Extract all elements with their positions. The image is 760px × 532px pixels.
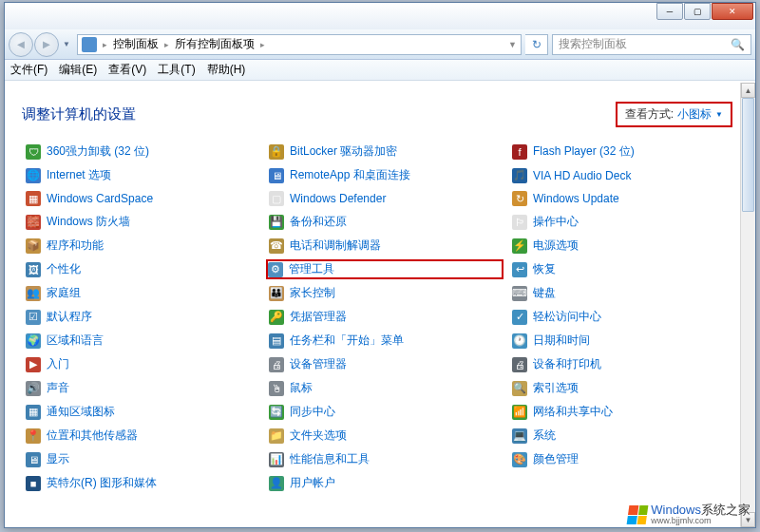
control-panel-item[interactable]: 🖥显示: [24, 450, 259, 468]
control-panel-item[interactable]: ⚡电源选项: [510, 237, 746, 255]
control-panel-item[interactable]: 🎵VIA HD Audio Deck: [510, 166, 746, 184]
control-panel-item[interactable]: 🏳操作中心: [510, 213, 746, 231]
control-panel-item[interactable]: 📦程序和功能: [24, 237, 259, 255]
nav-history-dropdown[interactable]: ▼: [60, 40, 73, 48]
item-label: 恢复: [533, 261, 556, 277]
item-label: BitLocker 驱动器加密: [290, 143, 397, 160]
control-panel-item[interactable]: 📁文件夹选项: [267, 427, 503, 445]
control-panel-item[interactable]: 💾备份和还原: [267, 213, 503, 231]
address-bar[interactable]: ▸ 控制面板 ▸ 所有控制面板项 ▸ ▼: [77, 34, 522, 55]
minimize-button[interactable]: ─: [656, 3, 683, 20]
item-label: 电源选项: [533, 238, 579, 254]
breadcrumb-root[interactable]: 控制面板: [113, 36, 159, 52]
control-panel-item[interactable]: ⌨键盘: [510, 284, 746, 302]
view-by-selector[interactable]: 查看方式: 小图标 ▼: [616, 102, 732, 127]
item-label: 网络和共享中心: [533, 404, 613, 420]
control-panel-item[interactable]: 🔍索引选项: [510, 379, 746, 397]
item-icon: 🌍: [26, 333, 41, 349]
item-icon: 🖱: [269, 381, 284, 396]
control-panel-item[interactable]: 🖥RemoteApp 和桌面连接: [267, 166, 503, 184]
control-panel-item[interactable]: 📍位置和其他传感器: [24, 427, 259, 445]
control-panel-item[interactable]: 📊性能信息和工具: [267, 450, 503, 468]
refresh-button[interactable]: ↻: [525, 34, 548, 55]
control-panel-item[interactable]: 🔑凭据管理器: [267, 308, 503, 326]
control-panel-item[interactable]: 🧱Windows 防火墙: [24, 213, 259, 231]
nav-back-button[interactable]: ◄: [9, 32, 33, 57]
content-area: 调整计算机的设置 查看方式: 小图标 ▼ 🛡360强力卸载 (32 位)🔒Bit…: [5, 83, 755, 527]
item-icon: ⚙: [268, 262, 283, 277]
control-panel-item[interactable]: 👪家长控制: [267, 284, 503, 302]
control-panel-item[interactable]: 🔄同步中心: [267, 403, 503, 421]
item-label: 入门: [47, 356, 69, 372]
breadcrumb-sep-icon: ▸: [164, 40, 169, 49]
item-icon: 🖨: [512, 357, 527, 372]
item-label: Windows Defender: [290, 192, 386, 205]
item-icon: 🎨: [512, 452, 527, 467]
item-label: 操作中心: [533, 214, 579, 230]
control-panel-item[interactable]: 🔒BitLocker 驱动器加密: [267, 142, 503, 161]
control-panel-item[interactable]: 🖨设备管理器: [267, 355, 503, 373]
menu-view[interactable]: 查看(V): [108, 62, 146, 78]
item-label: 默认程序: [47, 309, 92, 325]
item-label: 电话和调制解调器: [290, 238, 381, 254]
control-panel-item[interactable]: ✓轻松访问中心: [510, 308, 746, 326]
control-panel-item[interactable]: 🖨设备和打印机: [510, 355, 746, 373]
menu-file[interactable]: 文件(F): [10, 62, 48, 78]
item-label: 键盘: [533, 285, 556, 301]
item-icon: f: [512, 144, 527, 160]
control-panel-item[interactable]: 👤用户帐户: [267, 474, 503, 492]
control-panel-item[interactable]: 🖱鼠标: [267, 379, 503, 397]
control-panel-item[interactable]: ▦Windows CardSpace: [24, 190, 259, 207]
control-panel-item[interactable]: 🕐日期和时间: [510, 332, 746, 350]
control-panel-item[interactable]: 📶网络和共享中心: [510, 403, 746, 421]
control-panel-item[interactable]: ■英特尔(R) 图形和媒体: [24, 474, 259, 492]
menu-help[interactable]: 帮助(H): [207, 62, 246, 78]
item-icon: ▦: [26, 191, 41, 206]
search-input[interactable]: 搜索控制面板 🔍: [552, 34, 751, 55]
nav-forward-button[interactable]: ►: [34, 32, 59, 57]
view-by-value: 小图标: [677, 106, 712, 123]
menu-tools[interactable]: 工具(T): [158, 62, 195, 78]
menu-edit[interactable]: 编辑(E): [59, 62, 97, 78]
close-button[interactable]: ✕: [712, 3, 753, 20]
breadcrumb-sub[interactable]: 所有控制面板项: [175, 36, 255, 52]
scroll-thumb[interactable]: [742, 98, 754, 212]
control-panel-item[interactable]: 🔊声音: [24, 379, 259, 397]
control-panel-item[interactable]: ▤任务栏和「开始」菜单: [267, 332, 503, 350]
item-icon: ↻: [512, 191, 527, 206]
vertical-scrollbar[interactable]: ▲ ▼: [740, 83, 755, 527]
control-panel-item[interactable]: 💻系统: [510, 427, 746, 445]
control-panel-item[interactable]: fFlash Player (32 位): [510, 142, 746, 161]
control-panel-item[interactable]: 🛡360强力卸载 (32 位): [24, 142, 259, 161]
watermark-url: www.bjjmlv.com: [651, 517, 750, 526]
menu-bar: 文件(F) 编辑(E) 查看(V) 工具(T) 帮助(H): [5, 60, 755, 81]
item-icon: 📦: [26, 238, 41, 254]
control-panel-item[interactable]: ☎电话和调制解调器: [267, 237, 503, 255]
control-panel-item[interactable]: ▦通知区域图标: [24, 403, 259, 421]
item-label: 程序和功能: [47, 238, 104, 254]
item-label: 通知区域图标: [47, 404, 115, 420]
control-panel-item[interactable]: ↩恢复: [510, 260, 746, 278]
item-label: 任务栏和「开始」菜单: [290, 332, 404, 349]
control-panel-item[interactable]: ☑默认程序: [24, 308, 259, 326]
item-label: Internet 选项: [47, 167, 111, 183]
item-icon: ■: [26, 476, 41, 491]
scroll-up-button[interactable]: ▲: [741, 83, 755, 98]
control-panel-item[interactable]: ▢Windows Defender: [267, 190, 503, 207]
view-by-label: 查看方式:: [625, 106, 674, 123]
control-panel-item[interactable]: ⚙管理工具: [266, 259, 504, 279]
item-label: Windows 防火墙: [47, 214, 130, 230]
maximize-button[interactable]: ▢: [684, 3, 711, 20]
item-label: 设备和打印机: [533, 356, 601, 372]
item-icon: 🖥: [26, 452, 41, 467]
control-panel-item[interactable]: 🌐Internet 选项: [24, 166, 259, 184]
item-label: RemoteApp 和桌面连接: [290, 167, 410, 183]
control-panel-item[interactable]: 🖼个性化: [24, 260, 259, 278]
control-panel-item[interactable]: ▶入门: [24, 355, 259, 373]
control-panel-item[interactable]: 🎨颜色管理: [510, 450, 746, 468]
address-dropdown-icon[interactable]: ▼: [508, 40, 517, 49]
control-panel-item[interactable]: 🌍区域和语言: [24, 332, 259, 350]
control-panel-item[interactable]: ↻Windows Update: [510, 190, 746, 207]
item-icon: 🔄: [269, 405, 284, 420]
control-panel-item[interactable]: 👥家庭组: [24, 284, 259, 302]
